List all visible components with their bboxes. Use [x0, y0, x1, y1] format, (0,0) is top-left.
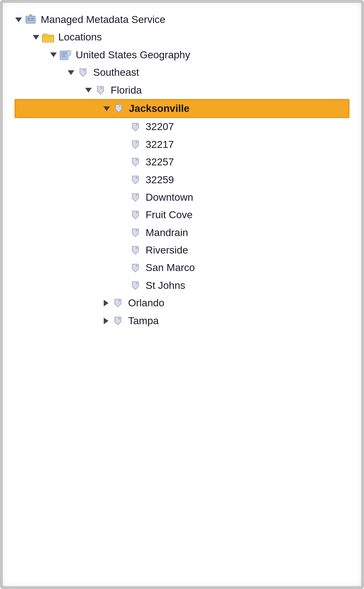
- service-label: Managed Metadata Service: [41, 13, 165, 26]
- expand-arrow-orlando: [104, 300, 108, 306]
- toggle-fruit-cove: [119, 211, 127, 219]
- tree-row-32257[interactable]: 32257: [15, 153, 349, 171]
- tag-icon-mandrain: [129, 226, 142, 239]
- svg-point-18: [136, 177, 137, 178]
- tag-icon-32259: [129, 173, 142, 186]
- us-geo-label: United States Geography: [76, 48, 190, 62]
- san-marco-label: San Marco: [146, 261, 195, 274]
- tag-icon-southeast: [76, 66, 90, 79]
- tag-icon-san-marco: [129, 262, 142, 275]
- expand-arrow-us-geo: [50, 52, 57, 57]
- toggle-32217: [119, 141, 127, 149]
- tree-node-florida: Florida: [15, 82, 349, 330]
- svg-point-15: [136, 124, 137, 125]
- tag-icon-downtown: [129, 191, 142, 204]
- svg-point-12: [83, 70, 85, 71]
- 32259-label: 32259: [146, 173, 174, 186]
- toggle-service[interactable]: [15, 16, 23, 24]
- geo-icon: [59, 48, 72, 62]
- tag-icon-32257: [129, 156, 142, 169]
- tree-node-locations: Locations: [15, 28, 349, 330]
- toggle-riverside: [119, 246, 127, 254]
- tag-icon-st-johns: [129, 279, 142, 292]
- tree-row-32259[interactable]: 32259: [15, 171, 349, 189]
- svg-point-26: [118, 318, 120, 319]
- expand-arrow-service: [15, 17, 22, 22]
- expand-arrow-florida: [85, 88, 92, 93]
- tree-row-southeast[interactable]: Southeast: [15, 64, 349, 81]
- expand-arrow-jacksonville: [103, 106, 110, 111]
- toggle-us-geo[interactable]: [50, 51, 58, 59]
- tag-icon-32207: [129, 121, 142, 134]
- tag-icon-orlando: [111, 297, 124, 310]
- svg-point-13: [101, 87, 102, 89]
- tree-row-32217[interactable]: 32217: [15, 136, 349, 153]
- svg-rect-0: [26, 16, 35, 23]
- toggle-mandrain: [119, 229, 127, 237]
- tag-icon-riverside: [129, 244, 142, 257]
- tree-node-jacksonville: Jacksonville: [15, 99, 349, 294]
- svg-rect-9: [61, 56, 66, 57]
- toggle-southeast[interactable]: [67, 68, 75, 76]
- toggle-locations[interactable]: [32, 34, 40, 42]
- svg-point-20: [136, 212, 137, 213]
- tag-icon-florida: [94, 84, 107, 97]
- tree-row-service[interactable]: Managed Metadata Service: [15, 11, 349, 28]
- florida-label: Florida: [111, 84, 142, 97]
- tree-row-orlando[interactable]: Orlando: [15, 294, 349, 312]
- tree-row-downtown[interactable]: Downtown: [15, 189, 349, 206]
- toggle-downtown: [119, 193, 127, 201]
- svg-point-14: [119, 106, 120, 107]
- 32217-label: 32217: [146, 138, 174, 151]
- tree-row-mandrain[interactable]: Mandrain: [15, 224, 349, 242]
- orlando-label: Orlando: [128, 297, 165, 310]
- tree-node-service: Managed Metadata Service Locations: [15, 11, 349, 330]
- tree-row-us-geo[interactable]: United States Geography: [15, 46, 349, 64]
- expand-arrow-southeast: [68, 70, 74, 75]
- tree-row-locations[interactable]: Locations: [15, 28, 349, 46]
- fruit-cove-label: Fruit Cove: [146, 208, 193, 221]
- tree-row-jacksonville[interactable]: Jacksonville: [15, 99, 349, 118]
- svg-point-25: [118, 300, 120, 302]
- tree-row-tampa[interactable]: Tampa: [15, 312, 349, 330]
- service-icon: [24, 13, 37, 26]
- svg-rect-7: [61, 54, 67, 54]
- tree-row-fruit-cove[interactable]: Fruit Cove: [15, 206, 349, 224]
- toggle-st-johns: [119, 282, 127, 290]
- svg-point-23: [136, 265, 137, 266]
- southeast-label: Southeast: [93, 66, 139, 79]
- riverside-label: Riverside: [146, 244, 188, 257]
- downtown-label: Downtown: [146, 191, 193, 204]
- tree-node-southeast: Southeast: [15, 64, 349, 330]
- toggle-jacksonville[interactable]: [103, 105, 111, 113]
- tag-icon-fruit-cove: [129, 208, 142, 221]
- st-johns-label: St Johns: [146, 279, 185, 292]
- svg-rect-8: [61, 55, 66, 56]
- svg-rect-1: [27, 18, 30, 19]
- svg-point-24: [136, 282, 137, 284]
- tree-node-us-geo: United States Geography: [15, 46, 349, 330]
- expand-arrow-locations: [33, 35, 39, 40]
- 32207-label: 32207: [146, 120, 174, 133]
- toggle-san-marco: [119, 264, 127, 272]
- toggle-orlando[interactable]: [102, 299, 110, 307]
- expand-arrow-tampa: [104, 318, 108, 324]
- svg-point-16: [136, 141, 137, 143]
- tag-icon-32217: [129, 138, 142, 151]
- svg-rect-2: [31, 18, 34, 19]
- tree-row-san-marco[interactable]: San Marco: [15, 259, 349, 276]
- toggle-32207: [119, 123, 127, 131]
- tree-row-riverside[interactable]: Riverside: [15, 242, 349, 259]
- jacksonville-label: Jacksonville: [129, 102, 190, 115]
- toggle-32259: [119, 176, 127, 184]
- tree-row-st-johns[interactable]: St Johns: [15, 277, 349, 294]
- tag-icon-tampa: [111, 314, 124, 327]
- svg-point-17: [136, 159, 137, 161]
- toggle-florida[interactable]: [84, 86, 92, 94]
- tree-row-32207[interactable]: 32207: [15, 118, 349, 136]
- folder-icon: [41, 31, 55, 44]
- svg-rect-3: [27, 20, 34, 21]
- tree-row-florida[interactable]: Florida: [15, 82, 349, 99]
- svg-point-19: [136, 195, 137, 196]
- toggle-tampa[interactable]: [102, 317, 110, 325]
